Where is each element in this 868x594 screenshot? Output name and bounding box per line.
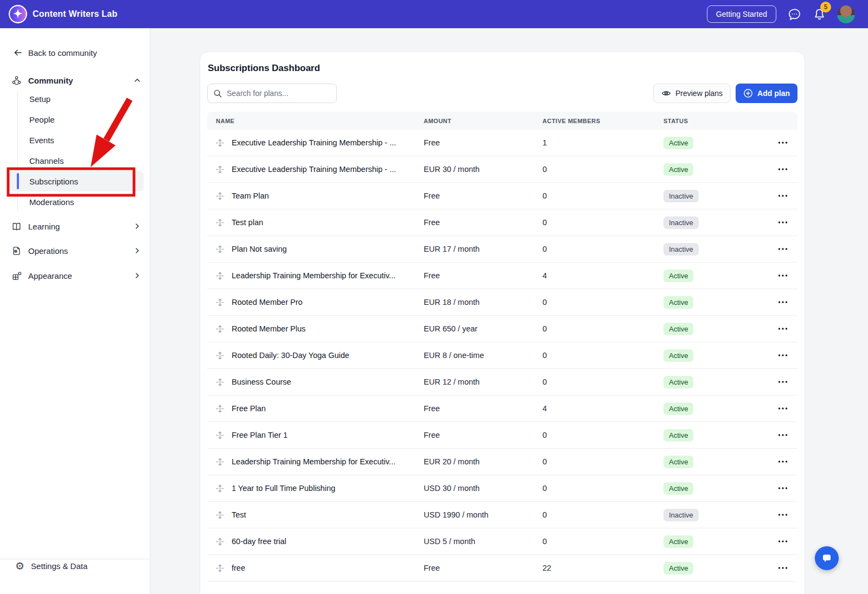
table-row[interactable]: Business Course EUR 12 / month 0 Active xyxy=(207,369,797,395)
table-row[interactable]: 1 Year to Full Time Publishing USD 30 / … xyxy=(207,475,797,502)
drag-handle-icon[interactable] xyxy=(216,405,224,413)
table-row[interactable]: Leadership Training Membership for Execu… xyxy=(207,449,797,475)
drag-handle-icon[interactable] xyxy=(216,245,224,253)
row-menu-button[interactable] xyxy=(776,272,790,279)
table-row[interactable]: Team Plan Free 0 Inactive xyxy=(207,183,797,209)
drag-handle-icon[interactable] xyxy=(216,165,224,174)
sidebar-section-operations[interactable]: Operations xyxy=(11,243,141,258)
sidebar-item-channels[interactable]: Channels xyxy=(9,150,144,171)
table-row[interactable]: Executive Leadership Training Membership… xyxy=(207,156,797,183)
sidebar-section-appearance[interactable]: Appearance xyxy=(11,268,141,283)
status-badge: Active xyxy=(663,270,693,282)
active-members-count: 0 xyxy=(542,191,663,200)
table-row[interactable]: Free Plan Tier 1 Free 0 Active xyxy=(207,422,797,449)
row-menu-button[interactable] xyxy=(776,165,790,173)
messages-icon[interactable] xyxy=(787,7,801,21)
drag-handle-icon[interactable] xyxy=(216,272,224,280)
table-row[interactable]: Plan Not saving EUR 17 / month 0 Inactiv… xyxy=(207,236,797,263)
drag-handle-icon[interactable] xyxy=(216,219,224,227)
active-members-count: 22 xyxy=(542,564,663,572)
sidebar-section-learning[interactable]: Learning xyxy=(11,219,141,234)
table-row[interactable]: Rooted Member Plus EUR 650 / year 0 Acti… xyxy=(207,316,797,342)
table-row[interactable]: Test plan Free 0 Inactive xyxy=(207,209,797,236)
app-logo-icon[interactable] xyxy=(9,5,27,23)
table-row[interactable]: Rooted Member Pro EUR 18 / month 0 Activ… xyxy=(207,289,797,316)
plan-name: Leadership Training Membership for Execu… xyxy=(232,457,395,466)
user-avatar[interactable] xyxy=(837,5,855,23)
table-row[interactable]: Rooted Daily: 30-Day Yoga Guide EUR 8 / … xyxy=(207,342,797,369)
drag-handle-icon[interactable] xyxy=(216,325,224,333)
drag-handle-icon[interactable] xyxy=(216,484,224,493)
ellipsis-icon xyxy=(778,380,788,384)
row-menu-button[interactable] xyxy=(776,245,790,253)
active-members-count: 0 xyxy=(542,351,663,360)
row-menu-button[interactable] xyxy=(776,538,790,545)
row-menu-button[interactable] xyxy=(776,511,790,519)
table-row[interactable]: Free Plan Free 4 Active xyxy=(207,395,797,422)
row-menu-button[interactable] xyxy=(776,325,790,333)
drag-handle-icon[interactable] xyxy=(216,564,224,572)
drag-handle-icon[interactable] xyxy=(216,431,224,439)
drag-handle-icon[interactable] xyxy=(216,298,224,306)
active-members-count: 0 xyxy=(542,324,663,333)
add-plan-button[interactable]: Add plan xyxy=(736,84,797,103)
sidebar-item-people[interactable]: People xyxy=(9,109,144,130)
chat-widget-button[interactable] xyxy=(815,546,839,570)
row-menu-button[interactable] xyxy=(776,484,790,492)
row-menu-button[interactable] xyxy=(776,352,790,359)
back-to-community-link[interactable]: Back to community xyxy=(13,48,97,58)
status-badge: Active xyxy=(663,429,693,442)
sidebar-item-settings-data[interactable]: ⚙ Settings & Data xyxy=(15,557,87,574)
app-title: Content Writers Lab xyxy=(33,9,117,19)
active-members-count: 4 xyxy=(542,404,663,413)
plan-name: Business Course xyxy=(232,378,291,386)
row-menu-button[interactable] xyxy=(776,192,790,200)
plan-amount: USD 5 / month xyxy=(424,537,542,546)
table-row[interactable]: free Free 22 Active xyxy=(207,555,797,582)
search-plans-field[interactable] xyxy=(207,84,337,103)
plan-name: Test xyxy=(232,510,246,519)
drag-handle-icon[interactable] xyxy=(216,192,224,200)
preview-plans-button[interactable]: Preview plans xyxy=(653,84,731,103)
search-input[interactable] xyxy=(227,89,331,98)
getting-started-button[interactable]: Getting Started xyxy=(707,5,776,23)
ellipsis-icon xyxy=(778,247,788,251)
sidebar-section-community[interactable]: Community xyxy=(11,73,141,88)
drag-handle-icon[interactable] xyxy=(216,458,224,466)
status-badge: Active xyxy=(663,137,693,149)
row-menu-button[interactable] xyxy=(776,298,790,306)
table-row[interactable]: Test USD 1990 / month 0 Inactive xyxy=(207,502,797,528)
drag-handle-icon[interactable] xyxy=(216,378,224,386)
sidebar-item-events[interactable]: Events xyxy=(9,130,144,150)
sidebar-item-moderations[interactable]: Moderations xyxy=(9,191,144,212)
status-badge: Active xyxy=(663,323,693,335)
drag-handle-icon[interactable] xyxy=(216,538,224,546)
row-menu-button[interactable] xyxy=(776,219,790,226)
active-members-count: 0 xyxy=(542,431,663,439)
drag-handle-icon[interactable] xyxy=(216,139,224,147)
row-menu-button[interactable] xyxy=(776,458,790,465)
top-bar: Content Writers Lab Getting Started 5 xyxy=(0,0,868,28)
ellipsis-icon xyxy=(778,141,788,144)
active-members-count: 1 xyxy=(542,138,663,147)
table-row[interactable]: Leadership Training Membership for Execu… xyxy=(207,263,797,289)
row-menu-button[interactable] xyxy=(776,564,790,572)
row-menu-button[interactable] xyxy=(776,378,790,386)
sidebar-item-setup[interactable]: Setup xyxy=(9,88,144,109)
drag-handle-icon[interactable] xyxy=(216,511,224,519)
table-row[interactable]: 60-day free trial USD 5 / month 0 Active xyxy=(207,528,797,555)
plan-name: Team Plan xyxy=(232,191,269,200)
notification-count-badge: 5 xyxy=(820,2,831,12)
row-menu-button[interactable] xyxy=(776,405,790,412)
notifications-bell-icon[interactable]: 5 xyxy=(812,7,826,21)
row-menu-button[interactable] xyxy=(776,139,790,146)
table-row[interactable]: Executive Leadership Training Membership… xyxy=(207,130,797,156)
ellipsis-icon xyxy=(778,566,788,570)
active-members-count: 0 xyxy=(542,484,663,493)
active-members-count: 4 xyxy=(542,271,663,280)
sidebar-item-subscriptions[interactable]: Subscriptions xyxy=(9,171,144,191)
drag-handle-icon[interactable] xyxy=(216,352,224,360)
row-menu-button[interactable] xyxy=(776,431,790,439)
ellipsis-icon xyxy=(778,354,788,357)
main-area: Subscriptions Dashboard Preview plans xyxy=(150,28,868,594)
